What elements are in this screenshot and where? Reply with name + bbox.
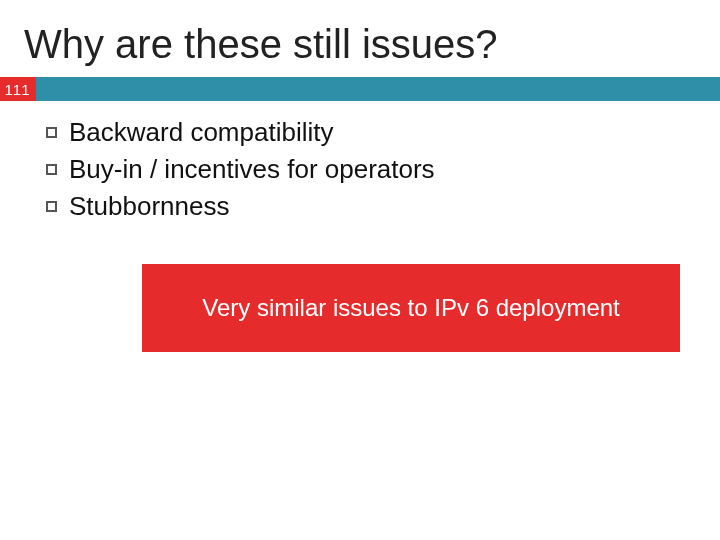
accent-bar: [36, 77, 720, 101]
slide-title: Why are these still issues?: [0, 0, 720, 77]
slide: Why are these still issues? 111 Backward…: [0, 0, 720, 540]
content-area: Backward compatibility Buy-in / incentiv…: [0, 101, 720, 352]
list-item: Buy-in / incentives for operators: [46, 152, 720, 187]
bullet-text: Stubbornness: [69, 189, 229, 224]
square-bullet-icon: [46, 127, 57, 138]
callout-box: Very similar issues to IPv 6 deployment: [142, 264, 680, 352]
list-item: Stubbornness: [46, 189, 720, 224]
square-bullet-icon: [46, 164, 57, 175]
slide-number-badge: 111: [0, 77, 36, 101]
square-bullet-icon: [46, 201, 57, 212]
divider-bar: 111: [0, 77, 720, 101]
bullet-text: Buy-in / incentives for operators: [69, 152, 435, 187]
bullet-text: Backward compatibility: [69, 115, 333, 150]
bullet-list: Backward compatibility Buy-in / incentiv…: [46, 115, 720, 224]
list-item: Backward compatibility: [46, 115, 720, 150]
